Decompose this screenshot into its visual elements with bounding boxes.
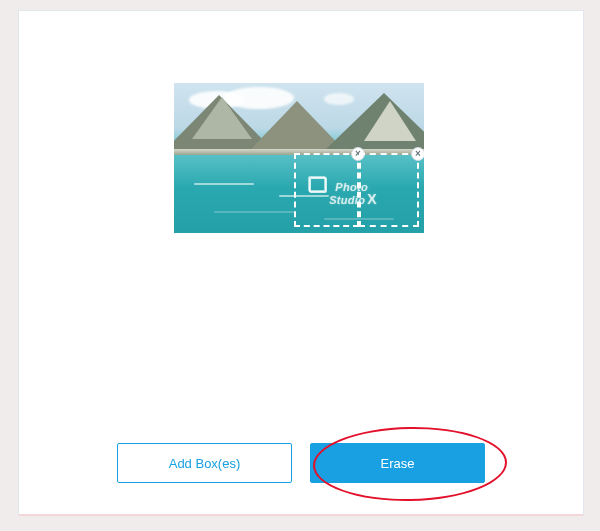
mountain-shape	[192, 97, 252, 139]
add-box-label: Add Box(es)	[169, 457, 241, 470]
mountain-shape	[364, 101, 416, 141]
close-icon[interactable]: ×	[411, 147, 424, 161]
selection-box[interactable]: ×	[359, 153, 419, 227]
erase-label: Erase	[381, 457, 415, 470]
selection-box[interactable]: ×	[294, 153, 359, 227]
add-box-button[interactable]: Add Box(es)	[117, 443, 292, 483]
wave-shape	[194, 183, 254, 185]
image-canvas[interactable]: Photo StudioX × ×	[174, 83, 424, 233]
action-button-row: Add Box(es) Erase	[19, 443, 583, 483]
editor-panel: Photo StudioX × × Add Box(es) Erase	[18, 10, 584, 516]
wave-shape	[214, 211, 294, 213]
erase-button[interactable]: Erase	[310, 443, 485, 483]
